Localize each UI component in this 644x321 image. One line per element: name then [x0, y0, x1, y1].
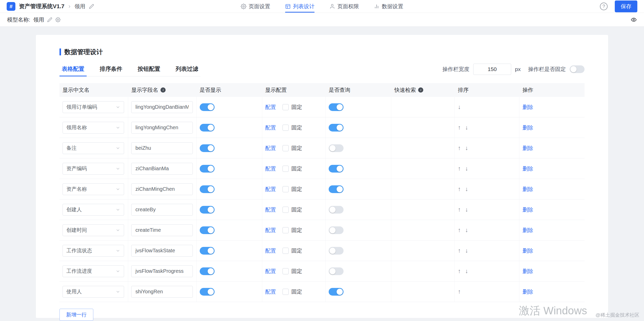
preview-eye-icon[interactable] [631, 17, 637, 23]
tab-table-config[interactable]: 表格配置 [59, 62, 87, 76]
save-button[interactable]: 保存 [615, 1, 637, 12]
delete-link[interactable]: 删除 [522, 145, 533, 152]
config-link[interactable]: 配置 [265, 268, 276, 275]
field-name-input[interactable] [131, 245, 193, 257]
sort-down-icon[interactable]: ↓ [465, 268, 468, 274]
config-link[interactable]: 配置 [265, 288, 276, 295]
cn-name-select[interactable]: 创建人 [63, 204, 124, 216]
action-fixed-toggle[interactable] [570, 65, 585, 73]
fixed-checkbox[interactable] [283, 186, 289, 192]
tab-sort-condition[interactable]: 排序条件 [97, 62, 125, 76]
cn-name-select[interactable]: 工作流状态 [63, 245, 124, 257]
cn-name-select[interactable]: 领用名称 [63, 122, 124, 134]
field-name-input[interactable] [131, 142, 193, 154]
delete-link[interactable]: 删除 [522, 186, 533, 193]
cn-name-select[interactable]: 资产编码 [63, 163, 124, 175]
delete-link[interactable]: 删除 [522, 104, 533, 111]
fixed-checkbox[interactable] [283, 227, 289, 233]
sort-up-icon[interactable]: ↑ [458, 248, 461, 254]
sort-up-icon[interactable]: ↑ [458, 289, 461, 295]
sort-down-icon[interactable]: ↓ [465, 186, 468, 192]
nav-item-page-permission[interactable]: 页面权限 [329, 0, 359, 13]
info-icon[interactable]: i [418, 87, 423, 93]
query-toggle[interactable] [329, 288, 344, 296]
show-toggle[interactable] [200, 226, 215, 234]
sort-up-icon[interactable]: ↑ [458, 227, 461, 233]
show-toggle[interactable] [200, 206, 215, 214]
sort-down-icon[interactable]: ↓ [465, 166, 468, 172]
sort-down-icon[interactable]: ↓ [465, 145, 468, 151]
show-toggle[interactable] [200, 165, 215, 173]
sort-up-icon[interactable]: ↑ [458, 166, 461, 172]
model-settings-gear-icon[interactable] [55, 17, 61, 22]
field-name-input[interactable] [131, 265, 193, 277]
sort-up-icon[interactable]: ↑ [458, 186, 461, 192]
config-link[interactable]: 配置 [265, 104, 276, 111]
help-icon[interactable]: ? [600, 3, 608, 10]
query-toggle[interactable] [329, 226, 344, 234]
action-width-input[interactable] [473, 64, 511, 75]
fixed-checkbox[interactable] [283, 104, 289, 110]
fixed-checkbox[interactable] [283, 268, 289, 274]
show-toggle[interactable] [200, 103, 215, 111]
sort-up-icon[interactable]: ↑ [458, 207, 461, 213]
delete-link[interactable]: 删除 [522, 268, 533, 275]
cn-name-select[interactable]: 工作流进度 [63, 265, 124, 277]
query-toggle[interactable] [329, 185, 344, 193]
show-toggle[interactable] [200, 247, 215, 255]
cn-name-select[interactable]: 备注 [63, 142, 124, 154]
delete-link[interactable]: 删除 [522, 247, 533, 254]
sort-down-icon[interactable]: ↓ [465, 125, 468, 131]
fixed-checkbox[interactable] [283, 145, 289, 151]
show-toggle[interactable] [200, 288, 215, 296]
show-toggle[interactable] [200, 144, 215, 152]
field-name-input[interactable] [131, 204, 193, 216]
sort-up-icon[interactable]: ↑ [458, 125, 461, 131]
query-toggle[interactable] [329, 165, 344, 173]
query-toggle[interactable] [329, 247, 344, 255]
sort-down-icon[interactable]: ↓ [458, 104, 461, 110]
field-name-input[interactable] [131, 286, 193, 298]
delete-link[interactable]: 删除 [522, 165, 533, 172]
field-name-input[interactable] [131, 183, 193, 195]
cn-name-select[interactable]: 资产名称 [63, 183, 124, 195]
query-toggle[interactable] [329, 206, 344, 214]
config-link[interactable]: 配置 [265, 145, 276, 152]
fixed-checkbox[interactable] [283, 207, 289, 213]
nav-item-list-design[interactable]: 列表设计 [285, 0, 315, 13]
sort-up-icon[interactable]: ↑ [458, 268, 461, 274]
delete-link[interactable]: 删除 [522, 124, 533, 131]
config-link[interactable]: 配置 [265, 247, 276, 254]
show-toggle[interactable] [200, 185, 215, 193]
fixed-checkbox[interactable] [283, 289, 289, 295]
cn-name-select[interactable]: 领用订单编码 [63, 101, 124, 113]
config-link[interactable]: 配置 [265, 186, 276, 193]
fixed-checkbox[interactable] [283, 166, 289, 172]
field-name-input[interactable] [131, 163, 193, 175]
tab-list-filter[interactable]: 列表过滤 [173, 62, 200, 76]
query-toggle[interactable] [329, 124, 344, 132]
model-edit-pencil-icon[interactable] [47, 17, 52, 22]
query-toggle[interactable] [329, 103, 344, 111]
config-link[interactable]: 配置 [265, 206, 276, 213]
show-toggle[interactable] [200, 124, 215, 132]
show-toggle[interactable] [200, 267, 215, 275]
tab-button-config[interactable]: 按钮配置 [135, 62, 163, 76]
delete-link[interactable]: 删除 [522, 288, 533, 295]
field-name-input[interactable] [131, 224, 193, 236]
config-link[interactable]: 配置 [265, 124, 276, 131]
nav-item-page-settings[interactable]: 页面设置 [241, 0, 270, 13]
sort-up-icon[interactable]: ↑ [458, 145, 461, 151]
sort-down-icon[interactable]: ↓ [465, 227, 468, 233]
add-row-button[interactable]: 新增一行 [59, 309, 93, 321]
config-link[interactable]: 配置 [265, 165, 276, 172]
fixed-checkbox[interactable] [283, 248, 289, 254]
field-name-input[interactable] [131, 101, 193, 113]
fixed-checkbox[interactable] [283, 125, 289, 131]
cn-name-select[interactable]: 创建时间 [63, 224, 124, 236]
query-toggle[interactable] [329, 267, 344, 275]
nav-item-data-settings[interactable]: 数据设置 [374, 0, 403, 13]
delete-link[interactable]: 删除 [522, 227, 533, 234]
edit-pencil-icon[interactable] [89, 4, 94, 9]
sort-down-icon[interactable]: ↓ [465, 248, 468, 254]
